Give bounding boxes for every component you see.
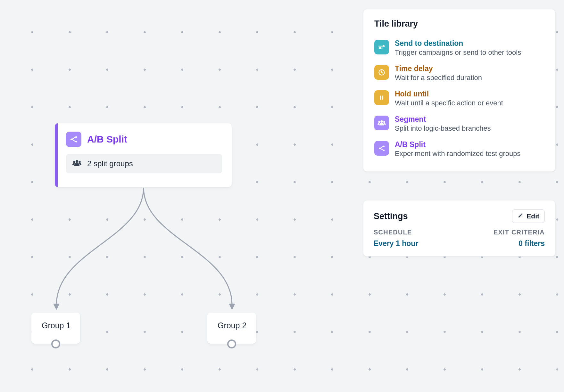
users-icon <box>72 159 81 168</box>
node-accent-bar <box>55 123 58 187</box>
tile-desc: Wait until a specific action or event <box>395 99 503 107</box>
tile-time-delay[interactable]: Time delay Wait for a specified duration <box>374 61 544 86</box>
svg-point-5 <box>76 160 78 163</box>
tile-desc: Trigger campaigns or send to other tools <box>395 48 521 57</box>
svg-rect-14 <box>382 96 383 100</box>
tile-desc: Experiment with randomized test groups <box>395 150 521 158</box>
branch-node-group-1[interactable]: Group 1 <box>31 313 80 344</box>
branch-label: Group 1 <box>42 321 70 330</box>
node-output-port[interactable] <box>51 339 60 348</box>
split-icon <box>374 141 389 156</box>
branch-node-group-2[interactable]: Group 2 <box>207 313 256 344</box>
svg-point-16 <box>378 121 380 123</box>
tile-send-to-destination[interactable]: Send to destination Trigger campaigns or… <box>374 35 544 61</box>
tile-hold-until[interactable]: Hold until Wait until a specific action … <box>374 86 544 111</box>
svg-point-11 <box>379 47 381 49</box>
tile-segment[interactable]: Segment Split into logic-based branches <box>374 111 544 136</box>
tile-title: Segment <box>395 115 491 124</box>
svg-point-10 <box>383 45 384 47</box>
clock-icon <box>374 65 389 80</box>
svg-point-6 <box>73 161 75 163</box>
edit-button[interactable]: Edit <box>512 209 545 223</box>
svg-point-17 <box>383 121 385 123</box>
node-detail-row[interactable]: 2 split groups <box>66 154 222 173</box>
tile-library-title: Tile library <box>374 19 544 29</box>
tile-desc: Wait for a specified duration <box>395 74 482 82</box>
exit-criteria-label: EXIT CRITERIA <box>494 229 545 236</box>
split-icon <box>66 132 81 147</box>
tile-desc: Split into logic-based branches <box>395 124 491 133</box>
svg-point-15 <box>380 120 383 123</box>
exit-criteria-value[interactable]: 0 filters <box>494 239 545 248</box>
settings-title: Settings <box>374 211 408 221</box>
schedule-value[interactable]: Every 1 hour <box>374 239 418 248</box>
settings-panel: Settings Edit SCHEDULE Every 1 hour EXIT… <box>363 200 555 257</box>
destination-icon <box>374 40 389 54</box>
tile-ab-split[interactable]: A/B Split Experiment with randomized tes… <box>374 136 544 162</box>
schedule-label: SCHEDULE <box>374 229 418 236</box>
ab-split-node[interactable]: A/B Split 2 split groups <box>55 123 232 187</box>
pause-icon <box>374 90 389 105</box>
pencil-icon <box>518 212 523 220</box>
node-title: A/B Split <box>87 134 127 145</box>
edit-button-label: Edit <box>527 212 539 220</box>
tile-title: A/B Split <box>395 140 521 149</box>
tile-title: Time delay <box>395 64 482 73</box>
tile-library-panel: Tile library Send to destination Trigger… <box>363 9 555 172</box>
node-output-port[interactable] <box>227 339 236 348</box>
tile-title: Hold until <box>395 90 503 98</box>
branch-label: Group 2 <box>218 321 246 330</box>
node-detail-text: 2 split groups <box>87 159 133 168</box>
tile-title: Send to destination <box>395 39 521 48</box>
users-icon <box>374 116 389 130</box>
svg-rect-13 <box>380 96 381 100</box>
svg-point-7 <box>79 161 80 163</box>
